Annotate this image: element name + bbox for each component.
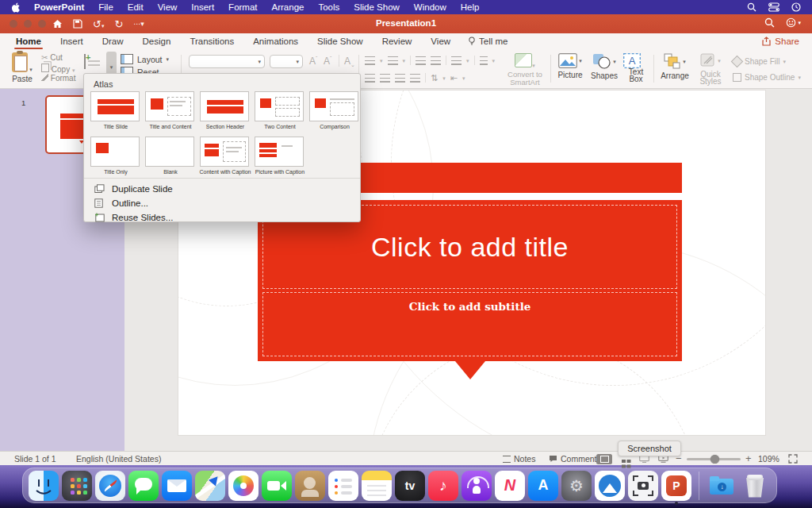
dock-music-icon[interactable]: ♪ [428,471,458,501]
menu-item-arrange[interactable]: Arrange [272,2,304,12]
layout-section-header[interactable] [200,91,249,121]
arrange-button[interactable]: ▾ Arrange [658,53,691,80]
control-center-icon[interactable] [768,2,779,12]
tab-view[interactable]: View [421,33,460,49]
normal-view-button[interactable] [596,454,612,464]
layout-content-with-caption[interactable] [200,137,249,167]
tab-home[interactable]: Home [6,33,51,49]
menu-item-window[interactable]: Window [414,2,446,12]
layout-title-slide[interactable] [90,91,140,121]
align-text-icon[interactable]: ⇤ [450,74,458,83]
layout-title-and-content[interactable] [145,91,194,121]
zoom-slider-knob[interactable] [710,455,719,464]
columns-icon[interactable] [480,56,488,65]
menu-item-insert[interactable]: Insert [191,2,214,12]
text-box-button[interactable]: A Text Box [623,53,649,83]
dock-trash-icon[interactable] [740,471,770,501]
subtitle-placeholder[interactable]: Click to add subtitle [262,292,677,356]
dock-settings-icon[interactable]: ⚙ [561,471,592,501]
menu-item-edit[interactable]: Edit [128,2,144,12]
shape-fill-button[interactable]: Shape Fill▾ [733,57,786,66]
feedback-smiley-icon[interactable]: ▾ [786,17,801,28]
decrease-indent-icon[interactable] [416,56,426,65]
tab-design[interactable]: Design [133,33,181,49]
bullets-icon[interactable] [365,56,375,65]
tab-animations[interactable]: Animations [243,33,308,49]
align-left-icon[interactable] [365,74,375,83]
decrease-font-size-button[interactable]: Aˇ [324,56,331,67]
copy-button[interactable]: Copy ▾ [41,64,75,74]
tab-transitions[interactable]: Transitions [180,33,243,49]
layout-button[interactable]: Layout▾ [121,54,169,64]
tab-insert[interactable]: Insert [51,33,93,49]
duplicate-slide-menu-item[interactable]: Duplicate Slide [94,183,173,195]
increase-indent-icon[interactable] [431,56,441,65]
dock-maps-icon[interactable] [195,471,225,501]
notes-toggle[interactable]: Notes [503,454,535,464]
layout-comparison[interactable] [309,91,358,121]
menubar-search-icon[interactable] [747,2,756,12]
menu-item-format[interactable]: Format [228,2,257,12]
tab-draw[interactable]: Draw [93,33,133,49]
font-size-combo[interactable]: ▾ [270,55,303,68]
picture-button[interactable]: ▾ Picture [555,53,585,79]
dock-notes-icon[interactable] [362,471,392,501]
dock-messages-icon[interactable] [128,471,159,501]
menu-item-file[interactable]: File [98,2,113,12]
dock-appstore-icon[interactable]: A [528,471,558,501]
convert-to-smartart-button[interactable]: ▾ Convert to SmartArt [503,53,547,87]
zoom-slider[interactable] [687,458,741,460]
cut-button[interactable]: ✂ Cut [41,53,63,62]
font-name-combo[interactable]: ▾ [189,55,265,68]
dock-facetime-icon[interactable] [262,471,292,501]
format-painter-button[interactable]: Format [41,74,75,83]
zoom-in-button[interactable]: + [745,452,752,464]
layout-two-content[interactable] [255,91,304,121]
shape-outline-button[interactable]: Shape Outline▾ [733,73,801,82]
justify-icon[interactable] [410,74,420,83]
menu-item-view[interactable]: View [158,2,178,12]
layout-title-only[interactable] [90,137,140,167]
shapes-button[interactable]: ▾ Shapes [588,53,620,80]
dock-photos-icon[interactable] [228,471,259,501]
dock-mountain-app-icon[interactable] [595,471,625,501]
fit-slide-to-window-button[interactable] [788,454,798,464]
menu-item-slideshow[interactable]: Slide Show [354,2,400,12]
reuse-slides-menu-item[interactable]: Reuse Slides... [94,211,173,224]
menu-item-powerpoint[interactable]: PowerPoint [34,2,84,12]
dock-contacts-icon[interactable] [295,471,325,501]
line-spacing-icon[interactable] [451,56,462,65]
align-right-icon[interactable] [395,74,405,83]
dock-finder-icon[interactable] [29,471,59,501]
zoom-percentage[interactable]: 109% [758,454,779,464]
comments-toggle[interactable]: Comments [549,454,601,464]
dock-podcasts-icon[interactable] [462,471,492,501]
tell-me-button[interactable]: Tell me [460,33,515,49]
dock-downloads-icon[interactable]: ↓ [707,471,737,501]
layout-blank[interactable] [145,137,194,167]
layout-picture-with-caption[interactable] [255,137,304,167]
clock-menu-icon[interactable] [791,2,801,12]
dock-news-icon[interactable]: N [495,471,525,501]
tab-review[interactable]: Review [373,33,422,49]
clear-formatting-button[interactable]: A⌄ [344,56,355,68]
titlebar-search-icon[interactable] [764,17,775,28]
outline-menu-item[interactable]: Outline... [94,197,148,210]
menu-item-tools[interactable]: Tools [318,2,339,12]
quick-styles-button[interactable]: ▾ Quick Styles [695,53,726,85]
increase-font-size-button[interactable]: Aˆ [309,56,317,67]
numbering-icon[interactable] [388,56,398,65]
dock-mail-icon[interactable] [162,471,192,501]
text-direction-icon[interactable]: ⇅ [431,74,438,83]
language-status[interactable]: English (United States) [76,454,161,464]
align-center-icon[interactable] [380,74,390,83]
paste-button[interactable]: ▾ Paste [8,52,36,83]
dock-powerpoint-icon[interactable]: P [661,471,691,501]
apple-menu-icon[interactable] [11,2,20,13]
dock-screenshot-icon[interactable] [628,471,658,501]
tab-slideshow[interactable]: Slide Show [308,33,373,49]
menu-item-help[interactable]: Help [461,2,480,12]
dock-launchpad-icon[interactable] [62,471,92,501]
dock-reminders-icon[interactable] [328,471,358,501]
dock-safari-icon[interactable] [95,471,125,501]
